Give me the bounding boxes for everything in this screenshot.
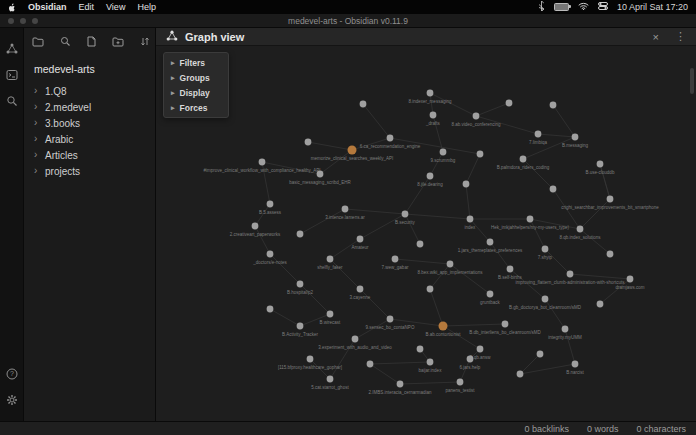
menubar-clock[interactable]: 10 April Sat 17:20: [617, 2, 688, 12]
graph-node[interactable]: [457, 379, 464, 386]
graph-node[interactable]: [537, 351, 544, 358]
graph-node[interactable]: [467, 216, 474, 223]
battery-icon[interactable]: [554, 3, 569, 11]
graph-node[interactable]: [535, 131, 542, 138]
new-folder-icon[interactable]: [112, 37, 124, 47]
graph-node[interactable]: [527, 216, 534, 223]
graph-node[interactable]: [542, 246, 549, 253]
search-tab-icon[interactable]: [60, 36, 71, 47]
sort-order-icon[interactable]: [140, 36, 150, 47]
graph-node[interactable]: [520, 156, 527, 163]
graph-node[interactable]: [307, 356, 314, 363]
graph-node[interactable]: [397, 381, 404, 388]
graph-node[interactable]: [607, 251, 614, 258]
graph-node[interactable]: [342, 206, 349, 213]
graph-node[interactable]: [357, 236, 364, 243]
graph-node[interactable]: [267, 306, 274, 313]
graph-node[interactable]: [360, 101, 367, 108]
graph-node[interactable]: [439, 322, 448, 331]
graph-node[interactable]: [502, 321, 509, 328]
graph-node[interactable]: [402, 211, 409, 218]
graph-node[interactable]: [562, 326, 569, 333]
graph-node[interactable]: [348, 146, 357, 155]
graph-node[interactable]: [487, 239, 494, 246]
vault-name[interactable]: medevel-arts: [24, 51, 155, 83]
graph-node[interactable]: [577, 226, 584, 233]
graph-node[interactable]: [627, 276, 634, 283]
graph-node[interactable]: [550, 102, 557, 109]
graph-node[interactable]: [259, 159, 266, 166]
graph-node[interactable]: [572, 134, 579, 141]
graph-node[interactable]: [392, 256, 399, 263]
graph-node[interactable]: [417, 346, 424, 353]
graph-node[interactable]: [477, 151, 484, 158]
graph-node[interactable]: [417, 241, 424, 248]
graph-node[interactable]: [550, 186, 557, 193]
panel-section-display[interactable]: ▸Display: [164, 85, 228, 100]
graph-node[interactable]: [367, 361, 374, 368]
graph-node[interactable]: [267, 201, 274, 208]
file-explorer-tab-icon[interactable]: [32, 37, 44, 47]
graph-node[interactable]: [473, 113, 480, 120]
traffic-lights[interactable]: [8, 18, 38, 24]
graph-node[interactable]: [317, 171, 324, 178]
graph-node[interactable]: [440, 149, 447, 156]
help-icon[interactable]: ?: [5, 367, 19, 381]
menu-item-edit[interactable]: Edit: [79, 2, 95, 12]
graph-node[interactable]: [297, 323, 304, 330]
graph-node[interactable]: [427, 286, 434, 293]
graph-node[interactable]: [267, 251, 274, 258]
bluetooth-icon[interactable]: [538, 1, 545, 13]
menu-item-obsidian[interactable]: Obsidian: [28, 2, 67, 12]
graph-node[interactable]: [352, 336, 359, 343]
folder-item-Articles[interactable]: ›Articles: [24, 147, 155, 163]
graph-node[interactable]: [327, 256, 334, 263]
graph-node[interactable]: [427, 90, 434, 97]
graph-node[interactable]: [506, 100, 513, 107]
graph-node[interactable]: [427, 173, 434, 180]
graph-node[interactable]: [447, 261, 454, 268]
graph-node[interactable]: [305, 139, 312, 146]
panel-section-forces[interactable]: ▸Forces: [164, 100, 228, 115]
command-palette-icon[interactable]: [5, 68, 19, 82]
graph-node[interactable]: [357, 286, 364, 293]
graph-node[interactable]: [387, 316, 394, 323]
folder-item-Arabic[interactable]: ›Arabic: [24, 131, 155, 147]
menu-item-help[interactable]: Help: [137, 2, 156, 12]
graph-node[interactable]: [517, 371, 524, 378]
graph-node[interactable]: [487, 291, 494, 298]
folder-item-1.Q8[interactable]: ›1.Q8: [24, 83, 155, 99]
folder-item-2.medevel[interactable]: ›2.medevel: [24, 99, 155, 115]
close-pane-icon[interactable]: ×: [653, 31, 659, 43]
graph-node[interactable]: [427, 359, 434, 366]
graph-node[interactable]: [597, 301, 604, 308]
graph-node[interactable]: [507, 266, 514, 273]
more-options-icon[interactable]: ⋮: [675, 30, 686, 43]
graph-node[interactable]: [477, 346, 484, 353]
quick-switcher-icon[interactable]: [5, 94, 19, 108]
graph-node[interactable]: [542, 296, 549, 303]
wifi-icon[interactable]: [578, 2, 589, 12]
control-center-icon[interactable]: [598, 2, 608, 12]
menu-item-view[interactable]: View: [106, 2, 125, 12]
graph-node[interactable]: [387, 135, 394, 142]
settings-gear-icon[interactable]: [5, 393, 19, 407]
graph-node[interactable]: [572, 361, 579, 368]
graph-network[interactable]: 8.indexer_messaging_drafts8.ab.video_con…: [156, 46, 696, 421]
folder-item-projects[interactable]: ›projects: [24, 163, 155, 179]
graph-node[interactable]: [252, 223, 259, 230]
graph-node[interactable]: [567, 271, 574, 278]
graph-node[interactable]: [463, 181, 470, 188]
graph-node[interactable]: [467, 356, 474, 363]
graph-node[interactable]: [327, 311, 334, 318]
panel-section-filters[interactable]: ▸Filters: [164, 55, 228, 70]
graph-node[interactable]: [430, 112, 437, 119]
vertical-scrollbar[interactable]: [690, 68, 694, 94]
apple-menu-icon[interactable]: [8, 3, 16, 12]
graph-node[interactable]: [297, 281, 304, 288]
folder-item-3.books[interactable]: ›3.books: [24, 115, 155, 131]
graph-node[interactable]: [597, 161, 604, 168]
graph-canvas[interactable]: 8.indexer_messaging_drafts8.ab.video_con…: [156, 46, 696, 421]
graph-node[interactable]: [327, 376, 334, 383]
panel-section-groups[interactable]: ▸Groups: [164, 70, 228, 85]
